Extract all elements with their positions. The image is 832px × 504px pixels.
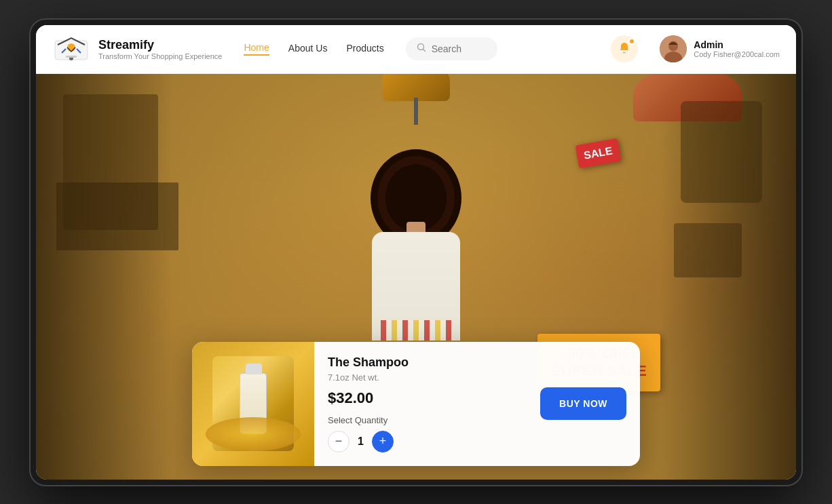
svg-point-1 xyxy=(67,43,75,52)
notification-button[interactable] xyxy=(611,35,638,62)
product-details: The Shampoo 7.1oz Net wt. $32.00 Select … xyxy=(314,342,540,466)
quantity-value: 1 xyxy=(358,435,364,448)
lamp-stem-center xyxy=(414,98,418,125)
logo-icon xyxy=(52,35,90,62)
logo-area: Streamify Transform Your Shopping Experi… xyxy=(52,35,222,62)
buy-now-button[interactable]: BUY NOW xyxy=(540,387,626,420)
lamp-shade-center xyxy=(382,74,450,101)
product-image xyxy=(212,356,294,451)
main-content: SALE 50% OFF SUPER SALE xyxy=(36,74,796,480)
lamp-center xyxy=(382,74,450,142)
decor-right2 xyxy=(674,223,742,277)
svg-rect-3 xyxy=(66,56,77,58)
decor-right1 xyxy=(681,101,762,203)
product-name: The Shampoo xyxy=(328,355,527,370)
nav-link-products[interactable]: Products xyxy=(346,43,383,55)
notification-badge xyxy=(628,38,635,45)
quantity-decrease-button[interactable]: − xyxy=(328,431,349,452)
navbar: Streamify Transform Your Shopping Experi… xyxy=(36,25,796,74)
product-weight: 7.1oz Net wt. xyxy=(328,372,527,383)
user-email: Cody Fisher@200cal.com xyxy=(694,50,780,58)
user-area: Admin Cody Fisher@200cal.com xyxy=(660,35,780,62)
search-input[interactable] xyxy=(432,43,487,54)
browser-window: Streamify Transform Your Shopping Experi… xyxy=(36,25,796,480)
search-area[interactable] xyxy=(406,37,497,60)
splash-effect xyxy=(206,417,301,451)
quantity-controls: − 1 + xyxy=(328,431,527,452)
brand-name: Streamify xyxy=(98,38,222,52)
nav-link-home[interactable]: Home xyxy=(244,42,269,56)
logo-text-area: Streamify Transform Your Shopping Experi… xyxy=(98,38,222,60)
shelf-left2 xyxy=(56,182,178,250)
quantity-label: Select Quantity xyxy=(328,415,527,425)
search-icon xyxy=(417,43,426,55)
brand-tagline: Transform Your Shopping Experience xyxy=(98,52,222,60)
person-top xyxy=(372,232,460,341)
device-frame: Streamify Transform Your Shopping Experi… xyxy=(29,18,803,486)
product-price: $32.00 xyxy=(328,389,527,407)
user-name: Admin xyxy=(694,39,780,50)
nav-link-about[interactable]: About Us xyxy=(288,43,328,55)
nav-links: Home About Us Products xyxy=(244,42,383,56)
product-card: The Shampoo 7.1oz Net wt. $32.00 Select … xyxy=(192,342,640,466)
quantity-increase-button[interactable]: + xyxy=(372,431,394,452)
product-image-area xyxy=(192,342,314,466)
user-info: Admin Cody Fisher@200cal.com xyxy=(694,39,780,58)
avatar xyxy=(660,35,687,62)
